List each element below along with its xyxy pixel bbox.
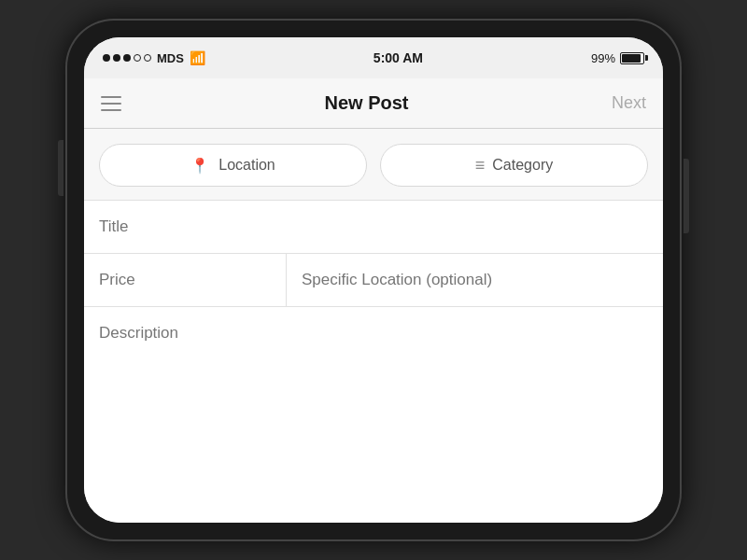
status-right: 99% (591, 51, 644, 65)
specific-location-input[interactable] (302, 271, 648, 289)
price-field[interactable] (84, 254, 287, 306)
menu-button[interactable] (101, 96, 121, 111)
hamburger-line-3 (101, 109, 121, 111)
signal-dot-3 (123, 54, 131, 62)
phone-frame: MDS 📶 5:00 AM 99% New Post Next (65, 19, 682, 541)
hamburger-line-2 (101, 103, 121, 105)
title-input[interactable] (99, 217, 648, 236)
carrier-label: MDS (157, 51, 184, 65)
category-icon: ≡ (475, 156, 484, 175)
battery-fill (622, 54, 641, 63)
form-area (84, 201, 663, 523)
signal-dot-5 (144, 54, 151, 62)
price-input[interactable] (99, 271, 271, 289)
status-bar: MDS 📶 5:00 AM 99% (84, 37, 663, 78)
status-left: MDS 📶 (103, 50, 205, 65)
phone-screen: MDS 📶 5:00 AM 99% New Post Next (84, 37, 663, 523)
signal-dot-1 (103, 54, 110, 62)
category-button[interactable]: ≡ Category (380, 144, 648, 187)
battery-percent: 99% (591, 51, 615, 65)
next-button[interactable]: Next (612, 93, 646, 113)
page-title: New Post (324, 92, 408, 114)
battery-container (620, 52, 644, 64)
price-location-row (84, 254, 663, 307)
title-field[interactable] (84, 201, 663, 254)
specific-location-field[interactable] (287, 254, 663, 306)
main-content: 📍 Location ≡ Category (84, 129, 663, 523)
category-label: Category (492, 157, 553, 174)
battery-icon (620, 52, 644, 64)
location-label: Location (218, 157, 275, 174)
wifi-icon: 📶 (190, 50, 205, 65)
pill-buttons-row: 📍 Location ≡ Category (84, 129, 663, 201)
signal-dot-4 (134, 54, 141, 62)
location-button[interactable]: 📍 Location (99, 144, 367, 187)
nav-bar: New Post Next (84, 78, 663, 129)
description-input[interactable] (99, 324, 648, 506)
hamburger-line-1 (101, 96, 121, 98)
signal-dots (103, 54, 151, 62)
description-field[interactable] (84, 307, 663, 523)
signal-dot-2 (113, 54, 120, 62)
location-pin-icon: 📍 (190, 157, 209, 175)
status-time: 5:00 AM (374, 50, 423, 65)
